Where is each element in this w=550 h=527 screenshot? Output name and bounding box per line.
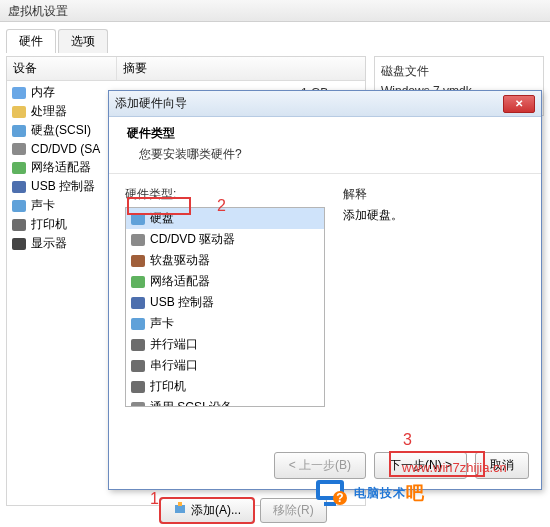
next-button[interactable]: 下一步(N) > (374, 452, 467, 479)
tab-options[interactable]: 选项 (58, 29, 108, 53)
wizard-right: 解释 添加硬盘。 (343, 186, 525, 407)
tab-strip: 硬件 选项 (6, 28, 544, 52)
hardware-item-label: 硬盘 (150, 210, 174, 227)
disk-file-label: 磁盘文件 (381, 63, 537, 80)
window-titlebar: 虚拟机设置 (0, 0, 550, 22)
hardware-icon (130, 274, 146, 290)
hardware-icon (130, 400, 146, 408)
cancel-button[interactable]: 取消 (475, 452, 529, 479)
device-icon (11, 141, 27, 157)
wizard-titlebar[interactable]: 添加硬件向导 ✕ (109, 91, 541, 117)
hardware-type-item[interactable]: 串行端口 (126, 355, 324, 376)
back-button[interactable]: < 上一步(B) (274, 452, 366, 479)
annotation-number-2: 2 (217, 197, 226, 215)
wizard-body: 硬件类型: 硬盘CD/DVD 驱动器软盘驱动器网络适配器USB 控制器声卡并行端… (109, 174, 541, 419)
wizard-title: 添加硬件向导 (115, 95, 187, 112)
col-device: 设备 (7, 57, 117, 80)
device-list-header: 设备 摘要 (7, 57, 365, 81)
hardware-item-label: 声卡 (150, 315, 174, 332)
hardware-type-item[interactable]: CD/DVD 驱动器 (126, 229, 324, 250)
annotation-number-3: 3 (403, 431, 412, 449)
hardware-item-label: 并行端口 (150, 336, 198, 353)
close-button[interactable]: ✕ (503, 95, 535, 113)
device-icon (11, 179, 27, 195)
remove-button[interactable]: 移除(R) (260, 498, 327, 523)
hardware-type-list[interactable]: 硬盘CD/DVD 驱动器软盘驱动器网络适配器USB 控制器声卡并行端口串行端口打… (125, 207, 325, 407)
add-icon (173, 502, 187, 519)
hardware-icon (130, 358, 146, 374)
device-icon (11, 217, 27, 233)
hardware-item-label: 串行端口 (150, 357, 198, 374)
hardware-icon (130, 295, 146, 311)
hardware-item-label: 打印机 (150, 378, 186, 395)
hardware-icon (130, 337, 146, 353)
hardware-type-item[interactable]: 通用 SCSI 设备 (126, 397, 324, 407)
explain-text: 添加硬盘。 (343, 207, 525, 224)
hardware-icon (130, 379, 146, 395)
hardware-type-item[interactable]: 打印机 (126, 376, 324, 397)
hardware-type-item[interactable]: 声卡 (126, 313, 324, 334)
window-title: 虚拟机设置 (8, 4, 68, 18)
svg-rect-0 (175, 505, 185, 513)
device-icon (11, 104, 27, 120)
hardware-type-item[interactable]: USB 控制器 (126, 292, 324, 313)
hardware-icon (130, 232, 146, 248)
device-icon (11, 198, 27, 214)
device-icon (11, 236, 27, 252)
wizard-header-subtitle: 您要安装哪类硬件? (127, 146, 523, 163)
hardware-type-item[interactable]: 网络适配器 (126, 271, 324, 292)
device-icon (11, 85, 27, 101)
hardware-icon (130, 316, 146, 332)
device-icon (11, 123, 27, 139)
annotation-number-1: 1 (150, 490, 159, 508)
hardware-type-item[interactable]: 软盘驱动器 (126, 250, 324, 271)
wizard-header: 硬件类型 您要安装哪类硬件? (109, 117, 541, 174)
hardware-item-label: 软盘驱动器 (150, 252, 210, 269)
hardware-item-label: CD/DVD 驱动器 (150, 231, 235, 248)
wizard-header-title: 硬件类型 (127, 125, 523, 142)
svg-rect-1 (178, 502, 182, 506)
hardware-type-item[interactable]: 并行端口 (126, 334, 324, 355)
hardware-item-label: 通用 SCSI 设备 (150, 399, 233, 407)
hardware-icon (130, 211, 146, 227)
col-summary: 摘要 (117, 57, 365, 80)
add-hardware-wizard: 添加硬件向导 ✕ 硬件类型 您要安装哪类硬件? 硬件类型: 硬盘CD/DVD 驱… (108, 90, 542, 490)
hardware-icon (130, 253, 146, 269)
explain-label: 解释 (343, 186, 525, 203)
tab-hardware[interactable]: 硬件 (6, 29, 56, 53)
wizard-footer: < 上一步(B) 下一步(N) > 取消 (274, 452, 529, 479)
add-button[interactable]: 添加(A)... (160, 498, 254, 523)
wizard-left: 硬件类型: 硬盘CD/DVD 驱动器软盘驱动器网络适配器USB 控制器声卡并行端… (125, 186, 325, 407)
hardware-item-label: USB 控制器 (150, 294, 214, 311)
hardware-item-label: 网络适配器 (150, 273, 210, 290)
bottom-buttons: 添加(A)... 移除(R) (160, 498, 327, 523)
device-icon (11, 160, 27, 176)
